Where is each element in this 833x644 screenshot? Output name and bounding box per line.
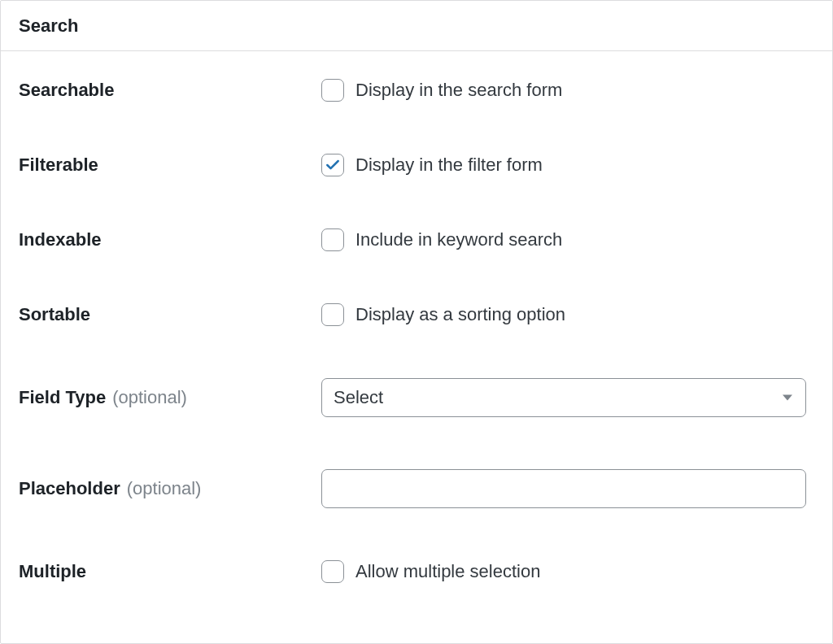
control-multiple: Allow multiple selection — [321, 560, 814, 583]
panel-title: Search — [19, 15, 78, 37]
panel-header: Search — [1, 1, 832, 51]
control-field-type: Select — [321, 378, 814, 417]
row-searchable: Searchable Display in the search form — [19, 51, 814, 129]
control-sortable: Display as a sorting option — [321, 303, 814, 326]
checkbox-indexable[interactable] — [321, 228, 344, 251]
control-filterable: Display in the filter form — [321, 154, 814, 176]
checkbox-indexable-label: Include in keyword search — [355, 229, 562, 250]
label-field-type-text: Field Type — [19, 387, 106, 408]
search-settings-panel: Search Searchable Display in the search … — [0, 0, 833, 644]
row-placeholder: Placeholder (optional) — [19, 445, 814, 536]
row-multiple: Multiple Allow multiple selection — [19, 536, 814, 611]
checkbox-sortable[interactable] — [321, 303, 344, 326]
check-icon — [325, 157, 341, 173]
select-field-type-value: Select — [334, 387, 383, 408]
label-placeholder-text: Placeholder — [19, 478, 120, 499]
checkbox-sortable-label: Display as a sorting option — [355, 304, 565, 325]
checkbox-multiple-label: Allow multiple selection — [355, 561, 540, 582]
label-placeholder-hint: (optional) — [127, 478, 202, 499]
checkbox-filterable-label: Display in the filter form — [355, 154, 543, 176]
select-field-type[interactable]: Select — [321, 378, 806, 417]
row-filterable: Filterable Display in the filter form — [19, 129, 814, 204]
panel-body: Searchable Display in the search form Fi… — [1, 51, 832, 611]
label-field-type-hint: (optional) — [112, 387, 187, 408]
row-field-type: Field Type (optional) Select — [19, 354, 814, 445]
label-field-type: Field Type (optional) — [19, 387, 321, 408]
control-searchable: Display in the search form — [321, 79, 814, 102]
chevron-down-icon — [783, 395, 792, 401]
control-placeholder — [321, 469, 814, 508]
input-placeholder[interactable] — [321, 469, 806, 508]
label-filterable: Filterable — [19, 154, 321, 176]
control-indexable: Include in keyword search — [321, 228, 814, 251]
checkbox-searchable-label: Display in the search form — [355, 80, 562, 101]
row-sortable: Sortable Display as a sorting option — [19, 279, 814, 354]
checkbox-searchable[interactable] — [321, 79, 344, 102]
label-sortable: Sortable — [19, 304, 321, 325]
label-indexable: Indexable — [19, 229, 321, 250]
label-searchable: Searchable — [19, 80, 321, 101]
label-multiple: Multiple — [19, 561, 321, 582]
row-indexable: Indexable Include in keyword search — [19, 204, 814, 279]
checkbox-filterable[interactable] — [321, 154, 344, 176]
label-placeholder: Placeholder (optional) — [19, 478, 321, 499]
checkbox-multiple[interactable] — [321, 560, 344, 583]
